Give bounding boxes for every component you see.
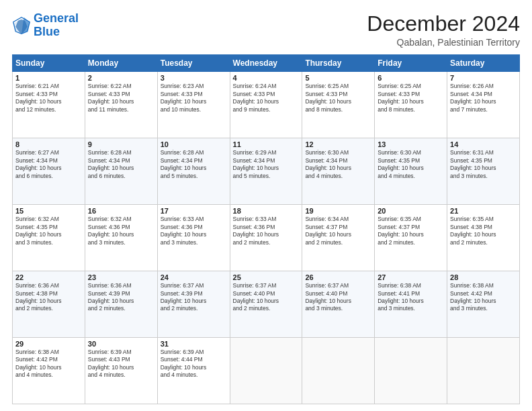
day-info: Sunrise: 6:27 AM Sunset: 4:34 PM Dayligh… [15,149,82,180]
day-info: Sunrise: 6:39 AM Sunset: 4:43 PM Dayligh… [88,349,154,379]
day-info: Sunrise: 6:24 AM Sunset: 4:33 PM Dayligh… [233,83,300,113]
day-info: Sunrise: 6:37 AM Sunset: 4:39 PM Dayligh… [161,282,227,313]
calendar-cell: 7Sunrise: 6:26 AM Sunset: 4:34 PM Daylig… [447,72,520,138]
day-number: 14 [450,140,517,148]
calendar-cell: 14Sunrise: 6:31 AM Sunset: 4:35 PM Dayli… [447,138,520,205]
calendar-cell: 9Sunrise: 6:28 AM Sunset: 4:34 PM Daylig… [85,138,157,205]
logo-icon [12,16,31,35]
calendar-cell [447,338,520,404]
calendar-cell: 11Sunrise: 6:29 AM Sunset: 4:34 PM Dayli… [230,138,302,205]
day-number: 9 [88,140,154,148]
day-info: Sunrise: 6:31 AM Sunset: 4:35 PM Dayligh… [450,149,517,180]
day-number: 25 [233,273,300,281]
day-info: Sunrise: 6:28 AM Sunset: 4:34 PM Dayligh… [161,149,227,180]
calendar-cell: 27Sunrise: 6:38 AM Sunset: 4:41 PM Dayli… [375,271,447,338]
calendar-cell: 31Sunrise: 6:39 AM Sunset: 4:44 PM Dayli… [157,338,230,404]
day-info: Sunrise: 6:36 AM Sunset: 4:38 PM Dayligh… [15,282,82,313]
day-number: 26 [305,273,371,281]
calendar-day-header: Tuesday [157,55,230,72]
calendar-cell: 18Sunrise: 6:33 AM Sunset: 4:36 PM Dayli… [230,205,302,271]
day-number: 30 [88,340,154,348]
title-block: December 2024 Qabalan, Palestinian Terri… [367,12,520,48]
calendar-cell [230,338,302,404]
day-info: Sunrise: 6:23 AM Sunset: 4:33 PM Dayligh… [161,83,227,113]
calendar-cell: 20Sunrise: 6:35 AM Sunset: 4:37 PM Dayli… [375,205,447,271]
day-number: 13 [378,140,444,148]
calendar-cell: 17Sunrise: 6:33 AM Sunset: 4:36 PM Dayli… [157,205,230,271]
day-number: 18 [233,207,300,215]
calendar-table: SundayMondayTuesdayWednesdayThursdayFrid… [12,54,520,404]
day-number: 4 [233,74,300,82]
day-number: 23 [88,273,154,281]
day-number: 27 [378,273,444,281]
day-number: 15 [15,207,82,215]
calendar-cell: 4Sunrise: 6:24 AM Sunset: 4:33 PM Daylig… [230,72,302,138]
calendar-cell: 12Sunrise: 6:30 AM Sunset: 4:34 PM Dayli… [302,138,375,205]
day-info: Sunrise: 6:39 AM Sunset: 4:44 PM Dayligh… [161,349,227,379]
logo: General Blue [12,12,79,39]
logo-text: General Blue [34,12,79,39]
day-info: Sunrise: 6:33 AM Sunset: 4:36 PM Dayligh… [233,216,300,246]
day-info: Sunrise: 6:35 AM Sunset: 4:37 PM Dayligh… [378,216,444,246]
calendar-week-row: 15Sunrise: 6:32 AM Sunset: 4:35 PM Dayli… [13,205,520,271]
day-number: 20 [378,207,444,215]
calendar-cell: 13Sunrise: 6:30 AM Sunset: 4:35 PM Dayli… [375,138,447,205]
calendar-cell: 28Sunrise: 6:38 AM Sunset: 4:42 PM Dayli… [447,271,520,338]
day-number: 21 [450,207,517,215]
day-info: Sunrise: 6:32 AM Sunset: 4:35 PM Dayligh… [15,216,82,246]
calendar-cell: 3Sunrise: 6:23 AM Sunset: 4:33 PM Daylig… [157,72,230,138]
day-number: 28 [450,273,517,281]
calendar-day-header: Wednesday [230,55,302,72]
header: General Blue December 2024 Qabalan, Pale… [12,12,520,48]
day-number: 1 [15,74,82,82]
day-info: Sunrise: 6:37 AM Sunset: 4:40 PM Dayligh… [305,282,371,313]
calendar-cell: 23Sunrise: 6:36 AM Sunset: 4:39 PM Dayli… [85,271,157,338]
day-info: Sunrise: 6:36 AM Sunset: 4:39 PM Dayligh… [88,282,154,313]
calendar-day-header: Monday [85,55,157,72]
day-number: 11 [233,140,300,148]
day-info: Sunrise: 6:21 AM Sunset: 4:33 PM Dayligh… [15,83,82,113]
day-number: 31 [161,340,227,348]
calendar-cell: 22Sunrise: 6:36 AM Sunset: 4:38 PM Dayli… [13,271,85,338]
day-number: 2 [88,74,154,82]
day-number: 8 [15,140,82,148]
calendar-cell: 19Sunrise: 6:34 AM Sunset: 4:37 PM Dayli… [302,205,375,271]
calendar-week-row: 29Sunrise: 6:38 AM Sunset: 4:42 PM Dayli… [13,338,520,404]
day-number: 5 [305,74,371,82]
day-number: 24 [161,273,227,281]
page: General Blue December 2024 Qabalan, Pale… [0,0,532,411]
calendar-day-header: Sunday [13,55,85,72]
calendar-cell: 24Sunrise: 6:37 AM Sunset: 4:39 PM Dayli… [157,271,230,338]
day-info: Sunrise: 6:22 AM Sunset: 4:33 PM Dayligh… [88,83,154,113]
day-number: 16 [88,207,154,215]
calendar-cell: 6Sunrise: 6:25 AM Sunset: 4:33 PM Daylig… [375,72,447,138]
day-info: Sunrise: 6:29 AM Sunset: 4:34 PM Dayligh… [233,149,300,180]
day-info: Sunrise: 6:28 AM Sunset: 4:34 PM Dayligh… [88,149,154,180]
calendar-cell: 5Sunrise: 6:25 AM Sunset: 4:33 PM Daylig… [302,72,375,138]
calendar-cell: 21Sunrise: 6:35 AM Sunset: 4:38 PM Dayli… [447,205,520,271]
day-number: 6 [378,74,444,82]
calendar-week-row: 1Sunrise: 6:21 AM Sunset: 4:33 PM Daylig… [13,72,520,138]
calendar-cell [302,338,375,404]
calendar-header-row: SundayMondayTuesdayWednesdayThursdayFrid… [13,55,520,72]
day-number: 12 [305,140,371,148]
subtitle: Qabalan, Palestinian Territory [367,37,520,48]
day-number: 17 [161,207,227,215]
calendar-cell: 30Sunrise: 6:39 AM Sunset: 4:43 PM Dayli… [85,338,157,404]
calendar-cell: 2Sunrise: 6:22 AM Sunset: 4:33 PM Daylig… [85,72,157,138]
calendar-week-row: 22Sunrise: 6:36 AM Sunset: 4:38 PM Dayli… [13,271,520,338]
main-title: December 2024 [367,12,520,36]
day-info: Sunrise: 6:30 AM Sunset: 4:35 PM Dayligh… [378,149,444,180]
day-info: Sunrise: 6:38 AM Sunset: 4:41 PM Dayligh… [378,282,444,313]
calendar-cell: 29Sunrise: 6:38 AM Sunset: 4:42 PM Dayli… [13,338,85,404]
day-info: Sunrise: 6:35 AM Sunset: 4:38 PM Dayligh… [450,216,517,246]
calendar-cell: 8Sunrise: 6:27 AM Sunset: 4:34 PM Daylig… [13,138,85,205]
day-info: Sunrise: 6:37 AM Sunset: 4:40 PM Dayligh… [233,282,300,313]
day-number: 10 [161,140,227,148]
day-number: 3 [161,74,227,82]
day-info: Sunrise: 6:32 AM Sunset: 4:36 PM Dayligh… [88,216,154,246]
day-info: Sunrise: 6:25 AM Sunset: 4:33 PM Dayligh… [305,83,371,113]
calendar-cell: 26Sunrise: 6:37 AM Sunset: 4:40 PM Dayli… [302,271,375,338]
calendar-day-header: Friday [375,55,447,72]
day-info: Sunrise: 6:34 AM Sunset: 4:37 PM Dayligh… [305,216,371,246]
